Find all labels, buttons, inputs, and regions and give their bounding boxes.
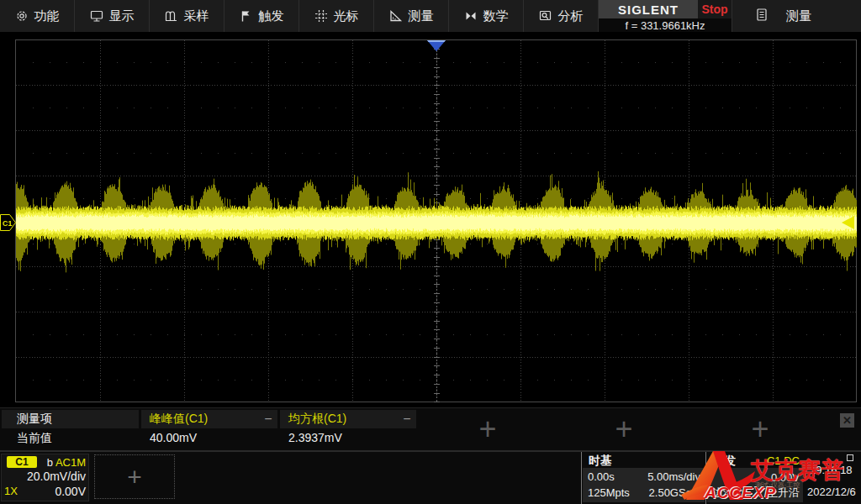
trigger-flag-icon xyxy=(240,9,253,23)
measurement-value-rms: 2.3937mV xyxy=(288,431,342,444)
bottom-status-bar: C1 b AC1M 20.0mV/div 1X 0.00V + 时基 0.00s… xyxy=(0,452,861,504)
add-measurement-button[interactable]: + xyxy=(739,410,781,449)
measure-button-label: 测量 xyxy=(786,8,811,24)
trigger-type: 边沿 xyxy=(712,486,734,501)
menu-measure[interactable]: 测量 xyxy=(374,0,449,32)
cursor-grid-icon xyxy=(314,9,328,23)
menu-utility[interactable]: 功能 xyxy=(0,0,75,32)
display-icon xyxy=(90,9,103,23)
menu-label: 功能 xyxy=(34,8,60,24)
trigger-level: 0.00V xyxy=(771,471,800,484)
channel1-badge: C1 xyxy=(7,456,37,468)
clipboard-icon xyxy=(756,8,768,24)
timebase-delay: 0.00s xyxy=(588,470,615,483)
menu-label: 数学 xyxy=(483,8,509,24)
clock-time: 19:16:18 xyxy=(810,464,853,476)
measurement-item-vpp[interactable]: 峰峰值(C1) − xyxy=(141,410,277,428)
math-bowtie-icon xyxy=(464,9,478,23)
acquisition-status-panel: SIGLENT Stop f = 331.9661kHz xyxy=(599,0,732,32)
graticule-waveform-canvas[interactable] xyxy=(0,34,861,407)
remove-measurement-button[interactable]: − xyxy=(398,411,416,428)
trigger-title: 触发 xyxy=(712,454,736,469)
measurement-item-rms[interactable]: 均方根(C1) − xyxy=(280,410,416,428)
measurement-header-label: 测量项 xyxy=(2,410,139,428)
measurement-name: 均方根(C1) xyxy=(280,412,398,427)
remove-measurement-button[interactable]: − xyxy=(259,411,277,428)
timebase-title: 时基 xyxy=(589,454,612,469)
waveform-display-area[interactable]: C1 xyxy=(0,34,861,407)
timebase-samplerate: 2.50GSa/s xyxy=(649,486,700,499)
channel1-position-marker[interactable]: C1 xyxy=(0,214,17,231)
channel1-descriptor-box[interactable]: C1 b AC1M 20.0mV/div 1X 0.00V xyxy=(1,454,89,501)
status-square-icon xyxy=(847,454,853,461)
menu-label: 光标 xyxy=(334,8,359,24)
datetime-box: 19:16:18 2022/12/6 xyxy=(806,452,861,504)
analysis-icon xyxy=(539,9,552,23)
measurement-name: 峰峰值(C1) xyxy=(141,412,259,427)
gear-icon xyxy=(15,9,29,23)
channel1-coupling: b AC1M xyxy=(47,456,86,469)
menu-label: 显示 xyxy=(109,8,135,24)
trigger-level-marker[interactable] xyxy=(842,216,854,229)
menu-trigger[interactable]: 触发 xyxy=(224,0,299,32)
menu-label: 触发 xyxy=(259,8,284,24)
menu-label: 测量 xyxy=(409,8,434,24)
menu-label: 分析 xyxy=(558,8,584,24)
add-measurement-button[interactable]: + xyxy=(603,410,645,449)
run-stop-status[interactable]: Stop xyxy=(698,0,732,18)
trigger-position-marker[interactable] xyxy=(427,40,446,52)
menu-display[interactable]: 显示 xyxy=(75,0,150,32)
trigger-slope: 上升沿 xyxy=(767,486,800,501)
measurement-panel: 测量项 峰峰值(C1) − 均方根(C1) − 当前值 40.00mV 2.39… xyxy=(0,407,861,452)
close-measurement-panel-button[interactable]: ✕ xyxy=(840,413,854,428)
bandwidth-flag: b xyxy=(47,456,53,469)
trigger-frequency-readout: f = 331.9661kHz xyxy=(599,18,732,32)
channel1-probe: 1X xyxy=(4,485,18,497)
measurement-value-label: 当前值 xyxy=(17,431,52,446)
channel1-offset: 0.00V xyxy=(55,485,86,498)
menu-analysis[interactable]: 分析 xyxy=(524,0,599,32)
menu-math[interactable]: 数学 xyxy=(449,0,524,32)
oscilloscope-screen: 功能 显示 采样 触发 光标 xyxy=(0,0,861,504)
acquire-icon xyxy=(165,9,178,23)
clock-date: 2022/12/6 xyxy=(807,486,856,498)
measure-ruler-icon xyxy=(389,9,403,23)
add-measurement-button[interactable]: + xyxy=(467,410,509,449)
timebase-descriptor-box[interactable]: 时基 0.00s 5.00ms/div 125Mpts 2.50GSa/s xyxy=(581,452,705,504)
menu-label: 采样 xyxy=(184,8,209,24)
siglent-logo: SIGLENT xyxy=(599,0,698,18)
svg-text:C1: C1 xyxy=(3,219,13,228)
add-channel-button[interactable]: + xyxy=(94,454,175,499)
measure-panel-button[interactable]: 测量 xyxy=(732,0,861,32)
menu-cursor[interactable]: 光标 xyxy=(299,0,374,32)
timebase-scale: 5.00ms/div xyxy=(647,470,700,483)
coupling-value: AC1M xyxy=(55,456,86,469)
trigger-source: C1 DC xyxy=(767,454,800,467)
measurement-value-vpp: 40.00mV xyxy=(150,431,197,444)
top-menu-bar: 功能 显示 采样 触发 光标 xyxy=(0,0,861,34)
menu-acquire[interactable]: 采样 xyxy=(150,0,224,32)
trigger-descriptor-box[interactable]: 触发 C1 DC 0.00V 边沿 上升沿 xyxy=(705,452,803,504)
channel1-scale: 20.0mV/div xyxy=(27,470,86,483)
timebase-points: 125Mpts xyxy=(588,486,630,499)
